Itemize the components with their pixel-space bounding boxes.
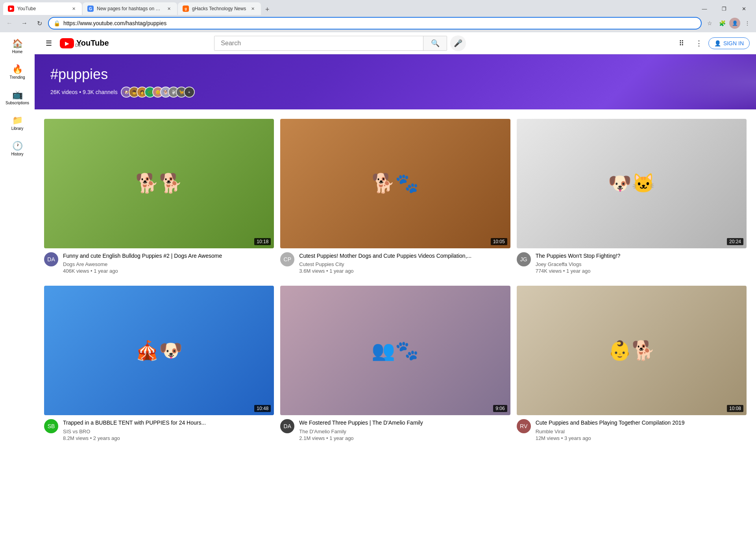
tab-youtube[interactable]: ▶ YouTube ✕ [3, 2, 82, 15]
bookmark-button[interactable]: ☆ [704, 18, 715, 29]
channel-avatar-3[interactable]: JG [517, 252, 531, 266]
sidebar-label-subscriptions: Subscriptions [6, 101, 29, 105]
yt-header: ☰ ▶ YouTube DE 🔍 [35, 32, 756, 54]
sidebar-item-history[interactable]: 🕐 History [0, 136, 35, 162]
hamburger-menu-button[interactable]: ☰ [41, 35, 57, 51]
video-grid: 🐕🐕 10:18 DA Funny and cute English Bulld… [35, 109, 756, 445]
apps-icon: ⠿ [679, 39, 684, 48]
window-controls: — ❐ ✕ [695, 2, 753, 15]
browser-menu-button[interactable]: ⋮ [742, 18, 753, 29]
apps-button[interactable]: ⠿ [674, 35, 689, 51]
search-button[interactable]: 🔍 [423, 36, 447, 50]
thumbnail-image-4: 🎪🐶 [44, 286, 274, 415]
search-bar: 🔍 [214, 36, 447, 51]
video-channel-5: The D'Amelio Family [299, 429, 510, 434]
video-stats-6: 12M views • 3 years ago [536, 435, 747, 441]
sidebar-label-library: Library [11, 126, 24, 131]
channel-avatars: 🐶 👦 👩 🌿 😊 🐕 🐩 🦮 + [121, 87, 195, 98]
youtube-logo-icon: ▶ [60, 38, 74, 48]
channel-avatar-2[interactable]: CP [280, 252, 294, 266]
tab-close-yt[interactable]: ✕ [70, 5, 77, 12]
channel-avatar-5[interactable]: DA [280, 419, 294, 433]
more-options-button[interactable]: ⋮ [691, 35, 707, 51]
trending-icon: 🔥 [12, 65, 23, 74]
library-icon: 📁 [12, 116, 23, 125]
main-content: ☰ ▶ YouTube DE 🔍 [35, 32, 756, 547]
video-thumbnail-4: 🎪🐶 10:48 [44, 286, 274, 415]
channel-avatar-1[interactable]: DA [44, 252, 58, 266]
sidebar-label-trending: Trending [9, 75, 25, 79]
video-title-3: The Puppies Won't Stop Fighting!? [536, 252, 747, 260]
video-channel-4: SIS vs BRO [63, 429, 274, 434]
video-stats-3: 774K views • 1 year ago [536, 268, 747, 274]
video-thumbnail-3: 🐶🐱 20:24 [517, 119, 747, 248]
video-card-3[interactable]: 🐶🐱 20:24 JG The Puppies Won't Stop Fight… [517, 119, 747, 278]
profile-avatar[interactable]: 👤 [729, 18, 740, 29]
video-title-1: Funny and cute English Bulldog Puppies #… [63, 252, 274, 260]
new-tab-button[interactable]: + [262, 4, 273, 15]
tabs-row: ▶ YouTube ✕ G New pages for hashtags on … [3, 2, 695, 15]
tab-title-ghacks1: New pages for hashtags on You... [97, 6, 162, 11]
hashtag-banner: #puppies 26K videos • 9.3K channels 🐶 👦 … [35, 54, 756, 109]
video-duration-6: 10:08 [727, 405, 743, 412]
video-card-4[interactable]: 🎪🐶 10:48 SB Trapped in a BUBBLE TENT wit… [44, 286, 274, 445]
tab-close-ghacks2[interactable]: ✕ [249, 5, 256, 12]
sidebar-item-trending[interactable]: 🔥 Trending [0, 59, 35, 85]
video-info-6: RV Cute Puppies and Babies Playing Toget… [517, 415, 747, 445]
sidebar-label-history: History [11, 152, 23, 156]
tab-ghacks-hashtags[interactable]: G New pages for hashtags on You... ✕ [83, 2, 177, 15]
search-input[interactable] [214, 36, 423, 50]
sidebar-item-subscriptions[interactable]: 📺 Subscriptions [0, 85, 35, 111]
video-card-1[interactable]: 🐕🐕 10:18 DA Funny and cute English Bulld… [44, 119, 274, 278]
video-card-5[interactable]: 👥🐾 9:06 DA We Fostered Three Puppies | T… [280, 286, 510, 445]
video-card-2[interactable]: 🐕🐾 10:05 CP Cutest Puppies! Mother Dogs … [280, 119, 510, 278]
header-center: 🔍 🎤 [214, 35, 466, 51]
video-title-5: We Fostered Three Puppies | The D'Amelio… [299, 419, 510, 427]
video-stats-1: 406K views • 1 year ago [63, 268, 274, 274]
thumbnail-image-1: 🐕🐕 [44, 119, 274, 248]
ch-avatar-9: + [184, 87, 195, 98]
tab-close-ghacks1[interactable]: ✕ [165, 5, 172, 12]
sign-in-button[interactable]: 👤 SIGN IN [708, 37, 750, 49]
play-triangle: ▶ [65, 40, 69, 46]
sidebar-item-library[interactable]: 📁 Library [0, 111, 35, 136]
video-thumbnail-2: 🐕🐾 10:05 [280, 119, 510, 248]
forward-button[interactable]: → [18, 17, 31, 30]
history-icon: 🕐 [12, 142, 23, 150]
video-stats-2: 3.6M views • 1 year ago [299, 268, 510, 274]
youtube-logo[interactable]: ▶ YouTube DE [60, 38, 109, 48]
close-button[interactable]: ✕ [735, 2, 753, 15]
thumbnail-image-2: 🐕🐾 [280, 119, 510, 248]
video-title-4: Trapped in a BUBBLE TENT with PUPPIES fo… [63, 419, 274, 427]
sidebar: 🏠 Home 🔥 Trending 📺 Subscriptions 📁 Libr… [0, 32, 35, 547]
tab-favicon-ghacks1: G [87, 6, 94, 12]
channel-avatar-4[interactable]: SB [44, 419, 58, 433]
address-input[interactable] [63, 20, 696, 26]
hashtag-meta: 26K videos • 9.3K channels 🐶 👦 👩 🌿 😊 🐕 🐩… [50, 87, 740, 98]
address-bar-actions: ☆ 🧩 👤 ⋮ [704, 18, 753, 29]
extension-button[interactable]: 🧩 [717, 18, 728, 29]
video-channel-1: Dogs Are Awesome [63, 261, 274, 267]
video-meta-3: The Puppies Won't Stop Fighting!? Joey G… [536, 252, 747, 274]
video-thumbnail-5: 👥🐾 9:06 [280, 286, 510, 415]
video-meta-2: Cutest Puppies! Mother Dogs and Cute Pup… [299, 252, 510, 274]
header-left: ☰ ▶ YouTube DE [41, 35, 109, 51]
home-icon: 🏠 [12, 39, 23, 48]
browser-chrome: ▶ YouTube ✕ G New pages for hashtags on … [0, 0, 756, 32]
sidebar-item-home[interactable]: 🏠 Home [0, 34, 35, 59]
video-meta-4: Trapped in a BUBBLE TENT with PUPPIES fo… [63, 419, 274, 441]
video-info-2: CP Cutest Puppies! Mother Dogs and Cute … [280, 248, 510, 278]
maximize-button[interactable]: ❐ [715, 2, 733, 15]
channel-avatar-6[interactable]: RV [517, 419, 531, 433]
back-button[interactable]: ← [3, 17, 16, 30]
reload-button[interactable]: ↻ [33, 17, 46, 30]
video-duration-3: 20:24 [727, 238, 743, 245]
voice-search-button[interactable]: 🎤 [450, 35, 466, 51]
sign-in-person-icon: 👤 [714, 40, 721, 46]
tab-ghacks-news[interactable]: g gHacks Technology News ✕ [178, 2, 261, 15]
video-channel-2: Cutest Puppies City [299, 261, 510, 267]
tab-favicon-ghacks2: g [183, 6, 189, 12]
minimize-button[interactable]: — [695, 2, 713, 15]
video-card-6[interactable]: 👶🐕 10:08 RV Cute Puppies and Babies Play… [517, 286, 747, 445]
address-bar-container: 🔒 [48, 17, 702, 30]
